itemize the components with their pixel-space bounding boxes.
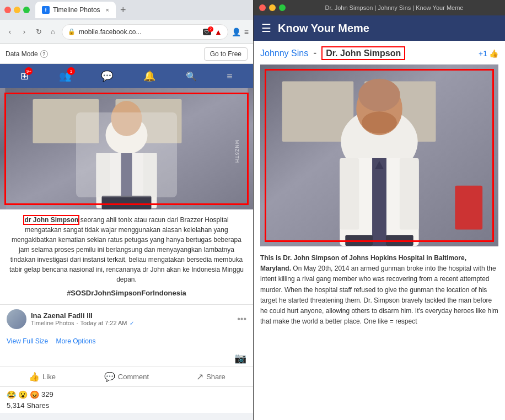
post-author: Ina Zaenal Fadli III Timeline Photos · T… (0, 304, 253, 333)
address-bar[interactable]: 🔒 mobile.facebook.co... 🛡 2 ▲ (62, 24, 228, 40)
close-dot[interactable] (4, 7, 11, 13)
johnny-sins-link[interactable]: Johnny Sins (260, 49, 308, 58)
account-icon[interactable]: 👤 (232, 28, 241, 36)
home-button[interactable]: ⌂ (47, 26, 58, 37)
home-badge: 9+ (25, 67, 33, 75)
share-label: Share (206, 373, 225, 381)
svg-rect-8 (143, 153, 157, 197)
like-button[interactable]: 👍 Like (0, 367, 84, 386)
post-image-container: MNZ6TH (0, 88, 253, 209)
svg-rect-10 (102, 196, 152, 209)
data-mode-bar: Data Mode ? Go to Free (0, 44, 253, 64)
kym-hamburger-icon[interactable]: ☰ (261, 21, 271, 35)
share-icon: ↗ (196, 371, 203, 382)
maximize-dot[interactable] (23, 7, 30, 13)
like-label: Like (42, 373, 56, 381)
tab-title: Timeline Photos (53, 6, 100, 14)
kym-brand-title: Know Your Meme (278, 22, 369, 35)
friends-badge: 1 (67, 67, 75, 75)
post-hashtag: #SOSDrJohnSimpsonForIndonesia (7, 288, 246, 299)
fb-friends-icon[interactable]: 👥 1 (59, 70, 71, 82)
post-links: View Full Size More Options (0, 333, 253, 350)
svg-rect-9 (121, 153, 132, 203)
kym-description: This is Dr. John Simpson of Johns Hopkin… (260, 253, 498, 327)
view-full-size-link[interactable]: View Full Size (7, 337, 48, 345)
kym-doctor-illustration (260, 64, 498, 246)
back-button[interactable]: ‹ (4, 26, 15, 37)
post-image: MNZ6TH (0, 88, 253, 209)
svg-point-17 (358, 79, 400, 112)
plus-one-button[interactable]: +1 👍 (479, 49, 498, 58)
svg-rect-24 (345, 235, 373, 246)
facebook-content: MNZ6TH dr John Simpson seorang ahli toni… (0, 88, 253, 420)
menu-icon[interactable]: ≡ (244, 28, 249, 36)
highlighted-name: dr John Simpson (24, 216, 78, 224)
comment-button[interactable]: 💬 Comment (84, 367, 169, 386)
svg-point-18 (362, 111, 397, 133)
svg-rect-7 (96, 153, 110, 197)
reactions-row: 😂 😮 😡 329 (7, 390, 246, 399)
reload-button[interactable]: ↻ (33, 26, 44, 37)
tab-close-button[interactable]: × (106, 7, 109, 13)
author-source: Timeline Photos (31, 320, 74, 326)
title-separator: - (313, 47, 316, 58)
author-avatar (7, 309, 26, 329)
mac-maximize[interactable] (279, 4, 286, 11)
svg-rect-2 (33, 99, 99, 143)
forward-button[interactable]: › (19, 26, 30, 37)
author-meta: Timeline Photos · Today at 7:22 AM ✓ (31, 320, 233, 326)
kym-title-group: Johnny Sins - Dr. John Simpson (260, 47, 405, 59)
shares-count: 5,314 Shares (7, 401, 246, 410)
toolbar-icons: 👤 ≡ (232, 28, 249, 36)
facebook-favicon: f (42, 6, 50, 14)
post-text: dr John Simpson seorang ahli tonix atau … (0, 209, 253, 304)
thumbs-up-icon: 👍 (489, 49, 498, 58)
dr-john-simpson-title: Dr. John Simpson (321, 46, 405, 60)
post-reactions: 😂 😮 😡 329 5,314 Shares (0, 387, 253, 413)
comment-icon: 💬 (104, 371, 115, 382)
reaction-surprised: 😮 (18, 390, 28, 399)
kym-entry-title: Johnny Sins - Dr. John Simpson +1 👍 (260, 47, 498, 59)
window-controls (4, 7, 30, 13)
data-mode-label: Data Mode ? (6, 50, 48, 58)
kym-panel: Dr. John Simpson | Johnny Sins | Know Yo… (254, 0, 505, 420)
post-body: seorang ahli tonix atau racun dari Brazz… (9, 216, 244, 283)
like-icon: 👍 (29, 371, 40, 382)
verified-icon: ✓ (130, 320, 134, 326)
share-button[interactable]: ↗ Share (169, 367, 253, 386)
go-to-free-button[interactable]: Go to Free (204, 47, 248, 61)
mac-close[interactable] (259, 4, 266, 11)
reaction-laughing: 😂 (7, 390, 16, 399)
shield-badge[interactable]: 🛡 2 (203, 29, 211, 35)
new-tab-button[interactable]: + (118, 4, 128, 16)
post-photo (0, 88, 253, 209)
fb-messenger-icon[interactable]: 💬 (101, 70, 113, 82)
chrome-tabbar: f Timeline Photos × + (0, 0, 253, 20)
fb-home-icon[interactable]: ⊞ 9+ (20, 70, 29, 82)
more-options-link[interactable]: More Options (56, 337, 96, 345)
plus-one-text: +1 (479, 49, 487, 58)
facebook-topnav: ⊞ 9+ 👥 1 💬 🔔 🔍 ≡ (0, 64, 253, 88)
help-icon[interactable]: ? (40, 50, 48, 58)
fb-notifications-icon[interactable]: 🔔 (143, 70, 155, 82)
svg-rect-25 (386, 235, 413, 246)
kym-description-text: This is Dr. John Simpson of Johns Hopkin… (260, 253, 498, 327)
fb-search-icon[interactable]: 🔍 (186, 71, 197, 82)
facebook-post: MNZ6TH dr John Simpson seorang ahli toni… (0, 88, 253, 413)
fb-menu-icon[interactable]: ≡ (227, 71, 233, 82)
doctor-illustration (0, 88, 253, 209)
camera-row: 📷 (0, 350, 253, 367)
post-options-icon[interactable]: ••• (237, 314, 246, 324)
watermark: MNZ6TH (234, 140, 240, 164)
badge-count: 2 (208, 26, 213, 32)
svg-rect-21 (400, 158, 419, 229)
minimize-dot[interactable] (14, 7, 20, 13)
warning-icon: ▲ (214, 28, 222, 36)
active-tab[interactable]: f Timeline Photos × (35, 2, 116, 18)
mac-titlebar: Dr. John Simpson | Johnny Sins | Know Yo… (254, 0, 505, 15)
author-name[interactable]: Ina Zaenal Fadli III (31, 311, 233, 320)
author-info: Ina Zaenal Fadli III Timeline Photos · T… (31, 311, 233, 326)
mac-minimize[interactable] (269, 4, 276, 11)
svg-point-4 (106, 116, 148, 154)
post-actions: 👍 Like 💬 Comment ↗ Share (0, 367, 253, 387)
